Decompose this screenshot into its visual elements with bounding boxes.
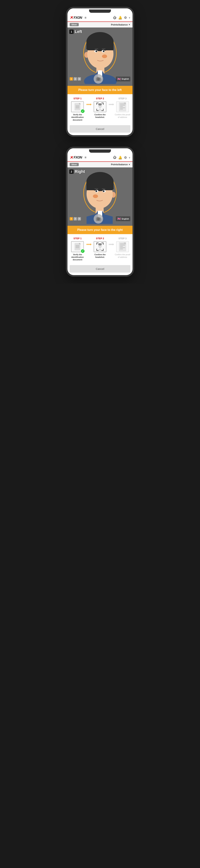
svg-point-46 [98, 219, 99, 220]
notch-bar [89, 9, 111, 13]
step-item-1: STEP 1 ✓ Verify the identification docum… [70, 97, 85, 121]
lang-badge-1[interactable]: 🇬🇧 English [116, 76, 130, 82]
camera-view-2: 2 Right [68, 167, 132, 226]
check-mark-2: ✓ [82, 250, 84, 252]
svg-point-39 [93, 194, 98, 198]
points-balance-label[interactable]: Points/balance [111, 23, 128, 26]
addr-line-2a [120, 244, 125, 244]
doc-line [76, 106, 79, 107]
addr-line [120, 105, 125, 105]
camera-icon-2 [96, 216, 101, 221]
arrow-icon-2: ⟹ [109, 102, 114, 106]
step-dots-2: 1 2 3 [70, 217, 81, 220]
address-doc-icon-1 [119, 102, 126, 111]
gear-icon[interactable]: ⚙ [124, 16, 127, 20]
svg-rect-22 [97, 77, 98, 78]
silver-badge-2: Silver [70, 163, 79, 166]
step-2-icon-box-p2 [94, 241, 106, 252]
step-number-2: 2 [69, 169, 74, 174]
arrow-1-p2: ⟹ [86, 237, 91, 247]
header-icons: ⏻ 🔔 ⚙ ∨ [113, 16, 130, 20]
lang-badge-2[interactable]: 🇬🇧 English [116, 216, 130, 221]
doc-icon-1 [75, 103, 80, 111]
logo-text-2: FXON [74, 156, 82, 159]
camera-button-2[interactable] [94, 214, 103, 223]
flag-icon-1: 🇬🇧 [117, 77, 121, 81]
svg-point-18 [103, 50, 105, 52]
step-2-icon-box [94, 101, 106, 112]
svg-rect-6 [87, 46, 114, 50]
header-1: ✕ FXON ≡ ⏻ 🔔 ⚙ ∨ [68, 14, 132, 22]
step-2-label: STEP 2 [96, 97, 104, 100]
logo-1: ✕ FXON [70, 15, 82, 20]
points-bar-1: Silver Points/balance ▼ [68, 22, 132, 28]
svg-point-48 [99, 218, 100, 218]
power-icon[interactable]: ⏻ [113, 16, 116, 20]
step-3-icon-box [116, 101, 129, 112]
bell-icon-2[interactable]: 🔔 [118, 156, 122, 160]
svg-rect-47 [97, 217, 98, 218]
bell-icon[interactable]: 🔔 [118, 16, 122, 20]
doc-line [76, 108, 79, 108]
step-item-1-p2: STEP 1 ✓ Verify the identification docum… [70, 237, 85, 261]
step-2-label-p2: STEP 2 [96, 237, 104, 240]
svg-point-17 [95, 50, 97, 52]
addr-line [120, 107, 125, 108]
arrow-1: ⟹ [86, 97, 91, 106]
silver-badge: Silver [70, 23, 79, 26]
points-bar-2: Silver Points/balance ▼ [68, 162, 132, 167]
hamburger-menu-2[interactable]: ≡ [85, 156, 86, 159]
lang-text-1: English [122, 78, 129, 80]
step-2-desc-p2: Confirm the headshot. [92, 253, 108, 258]
instruction-bar-1: Please turn your face to the left [68, 86, 132, 94]
check-overlay-2: ✓ [81, 249, 85, 253]
arrow-icon-2-p2: ⟹ [109, 242, 114, 247]
camera-view-1: 1 Left [68, 28, 132, 86]
doc-line-2a [76, 245, 79, 246]
gear-icon-2[interactable]: ⚙ [124, 156, 127, 160]
steps-row-2: STEP 1 ✓ Verify the identification docum… [70, 237, 130, 261]
steps-row-1: STEP 1 ✓ Verify the identification docum… [70, 97, 130, 121]
cancel-button-1[interactable]: Cancel [70, 125, 130, 133]
doc-icon-2 [75, 243, 80, 250]
dot-1: 1 [70, 77, 73, 81]
step-3-icon-box-p2 [116, 241, 129, 252]
header-2: ✕ FXON ≡ ⏻ 🔔 ⚙ ∨ [68, 154, 132, 162]
logo-2: ✕ FXON [70, 155, 82, 160]
addr-line-2c [120, 247, 125, 248]
step-3-desc: Confirm the proof of address [115, 113, 130, 119]
svg-rect-26 [99, 108, 101, 109]
dot-3-p2: 3 [78, 217, 81, 220]
notch-bar-2 [89, 149, 111, 153]
arrow-icon-1-p2: ⟹ [86, 242, 91, 247]
points-chevron: ▼ [128, 24, 130, 26]
step-badge-2: 2 Right [69, 169, 85, 174]
step-1-label: STEP 1 [74, 97, 82, 100]
addr-line-short-2b [120, 249, 123, 249]
step-number: 1 [69, 30, 74, 34]
step-item-2: STEP 2 [92, 97, 108, 119]
camera-button-1[interactable] [94, 74, 103, 84]
steps-section-2: STEP 1 ✓ Verify the identification docum… [68, 234, 132, 263]
svg-point-25 [98, 103, 102, 105]
points-chevron-2: ▼ [128, 163, 130, 166]
camera-icon-1 [96, 76, 101, 82]
header-chevron-2: ∨ [129, 156, 130, 159]
address-doc-icon-2 [119, 242, 126, 251]
instruction-text-1: Please turn your face to the left [78, 88, 122, 91]
logo-text: FXON [74, 16, 82, 20]
hamburger-menu[interactable]: ≡ [85, 16, 86, 20]
logo-x-icon: ✕ [70, 15, 73, 20]
svg-point-21 [98, 79, 99, 80]
step-1-label-p2: STEP 1 [74, 237, 82, 240]
face-step-svg-1 [96, 102, 104, 111]
svg-point-23 [99, 78, 100, 79]
power-icon-2[interactable]: ⏻ [113, 156, 116, 159]
phone-notch-1 [68, 8, 132, 14]
cancel-button-2[interactable]: Cancel [70, 265, 130, 273]
step-dots-1: 1 2 3 [70, 77, 81, 81]
camera-bottom-bar-1: 1 2 3 🇬🇧 English [68, 74, 132, 84]
phone-frame-2: ✕ FXON ≡ ⏻ 🔔 ⚙ ∨ Silver Points/balance ▼… [66, 147, 134, 276]
points-balance-label-2[interactable]: Points/balance [111, 163, 128, 166]
addr-line-short [120, 106, 123, 107]
